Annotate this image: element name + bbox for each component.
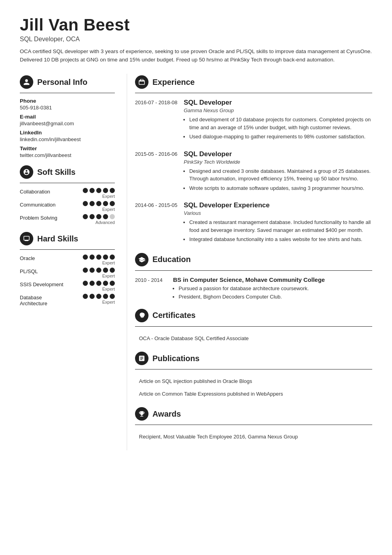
skill-level: Expert bbox=[102, 207, 115, 212]
skill-dots bbox=[83, 268, 115, 273]
resume-name: Jill Van Beest bbox=[20, 16, 372, 34]
awards-divider bbox=[135, 425, 372, 425]
soft-skills-section: Soft Skills CollaborationExpertCommunica… bbox=[20, 165, 115, 225]
experience-bullet: Designed and created 3 onsite databases.… bbox=[189, 167, 372, 183]
publications-section: Publications Article on SQL injection pu… bbox=[135, 352, 372, 400]
experience-company: PinkSky Tech Worldwide bbox=[184, 159, 372, 165]
awards-title: Awards bbox=[152, 410, 181, 419]
skill-level: Expert bbox=[102, 287, 115, 291]
skill-dot bbox=[110, 214, 115, 219]
experience-company: Various bbox=[184, 210, 372, 216]
experience-job-title: SQL Developer bbox=[184, 99, 372, 107]
personal-info-header: Personal Info bbox=[20, 75, 115, 89]
education-dates: 2010 - 2014 bbox=[135, 276, 167, 302]
experience-entries: 2016-07 - 2018-08SQL DeveloperGamma Nexu… bbox=[135, 99, 372, 245]
skill-row: Database ArchitectureExpert bbox=[20, 294, 115, 306]
skill-name: SSIS Development bbox=[20, 281, 63, 287]
right-column: Experience 2016-07 - 2018-08SQL Develope… bbox=[127, 74, 372, 450]
resume-summary: OCA certified SQL developer with 3 years… bbox=[20, 48, 372, 64]
soft-skills-divider bbox=[20, 183, 115, 183]
experience-section: Experience 2016-07 - 2018-08SQL Develope… bbox=[135, 75, 372, 245]
experience-bullet: Led development of 10 database projects … bbox=[189, 116, 372, 131]
education-section: Education 2010 - 2014BS in Computer Scie… bbox=[135, 253, 372, 302]
hard-skills-section: Hard Skills OracleExpertPL/SQLExpertSSIS… bbox=[20, 232, 115, 306]
awards-items: Recipient, Most Valuable Tech Employee 2… bbox=[135, 431, 372, 443]
skill-dot bbox=[89, 268, 95, 273]
experience-content: SQL DeveloperGamma Nexus GroupLed develo… bbox=[184, 99, 372, 142]
publications-header: Publications bbox=[135, 352, 372, 365]
skill-dot bbox=[96, 201, 101, 206]
skill-dot bbox=[96, 255, 101, 260]
skill-name: Collaboration bbox=[20, 188, 63, 195]
certificates-divider bbox=[135, 326, 372, 327]
skill-dot bbox=[89, 255, 95, 260]
skill-dot bbox=[83, 268, 88, 273]
skill-dot bbox=[89, 294, 95, 299]
skill-dot bbox=[110, 294, 115, 299]
experience-bullet: Wrote scripts to automate software updat… bbox=[189, 184, 372, 192]
experience-bullet: Integrated database functionality into a… bbox=[189, 235, 372, 243]
skill-level: Expert bbox=[102, 194, 115, 199]
skill-name: Database Architecture bbox=[20, 294, 63, 306]
skill-dot bbox=[83, 188, 88, 193]
experience-entry: 2014-06 - 2015-05SQL Developer Experienc… bbox=[135, 201, 372, 245]
skill-rating-block: Advanced bbox=[83, 214, 115, 225]
skill-dot bbox=[96, 188, 101, 193]
skill-dot bbox=[89, 201, 95, 206]
publications-divider bbox=[135, 369, 372, 369]
experience-divider bbox=[135, 93, 372, 93]
personal-info-value: twitter.com/jillvanbeest bbox=[20, 152, 115, 158]
education-bullet: President, Bighorn Decoders Computer Clu… bbox=[179, 293, 372, 301]
skill-dot bbox=[103, 268, 108, 273]
skill-dot bbox=[110, 268, 115, 273]
skill-row: CommunicationExpert bbox=[20, 201, 115, 212]
skill-dot bbox=[89, 281, 95, 286]
soft-skills-title: Soft Skills bbox=[37, 168, 76, 177]
personal-info-label: Phone bbox=[20, 98, 115, 104]
skill-dot bbox=[103, 188, 108, 193]
skill-dot bbox=[89, 188, 95, 193]
experience-company: Gamma Nexus Group bbox=[184, 107, 372, 113]
personal-info-fields: Phone505-918-0381E-mailjillvanbeest@gmai… bbox=[20, 98, 115, 158]
skill-rating-block: Expert bbox=[83, 268, 115, 278]
skill-row: OracleExpert bbox=[20, 255, 115, 265]
awards-icon bbox=[135, 407, 148, 421]
personal-info-label: LinkedIn bbox=[20, 130, 115, 136]
skill-dot bbox=[83, 294, 88, 299]
skill-level: Expert bbox=[102, 274, 115, 278]
personal-info-title: Personal Info bbox=[37, 78, 88, 87]
skill-dot bbox=[83, 281, 88, 286]
education-bullets: Pursued a passion for database architect… bbox=[173, 285, 372, 301]
publication-item: Article on Common Table Expressions publ… bbox=[135, 388, 372, 400]
experience-content: SQL Developer ExperienceVariousCreated a… bbox=[184, 201, 372, 245]
hard-skills-title: Hard Skills bbox=[37, 234, 78, 243]
soft-skills-icon bbox=[20, 165, 33, 179]
education-bullet: Pursued a passion for database architect… bbox=[179, 285, 372, 293]
skill-dot bbox=[103, 281, 108, 286]
resume-title: SQL Developer, OCA bbox=[20, 36, 372, 43]
education-entry: 2010 - 2014BS in Computer Science, Mohav… bbox=[135, 276, 372, 302]
experience-bullet: Used dialogue-mapping to gather requirem… bbox=[189, 133, 372, 141]
skill-dot bbox=[103, 294, 108, 299]
skill-name: Communication bbox=[20, 201, 63, 208]
experience-dates: 2014-06 - 2015-05 bbox=[135, 201, 177, 245]
certificates-section: Certificates OCA - Oracle Database SQL C… bbox=[135, 309, 372, 345]
skill-row: CollaborationExpert bbox=[20, 188, 115, 199]
skill-name: PL/SQL bbox=[20, 268, 63, 274]
awards-section: Awards Recipient, Most Valuable Tech Emp… bbox=[135, 407, 372, 443]
education-icon bbox=[135, 253, 148, 266]
experience-title: Experience bbox=[152, 78, 195, 87]
skill-rating-block: Expert bbox=[83, 281, 115, 291]
experience-job-title: SQL Developer bbox=[184, 150, 372, 158]
skill-rating-block: Expert bbox=[83, 201, 115, 212]
personal-info-value: jillvanbeest@gmail.com bbox=[20, 121, 115, 126]
skill-dot bbox=[110, 281, 115, 286]
awards-header: Awards bbox=[135, 407, 372, 421]
certificates-icon bbox=[135, 309, 148, 322]
hard-skills-icon bbox=[20, 232, 33, 245]
skill-level: Advanced bbox=[95, 220, 115, 225]
skill-name: Oracle bbox=[20, 255, 63, 261]
hard-skills-divider bbox=[20, 249, 115, 250]
skill-row: Problem SolvingAdvanced bbox=[20, 214, 115, 225]
skill-dot bbox=[96, 294, 101, 299]
